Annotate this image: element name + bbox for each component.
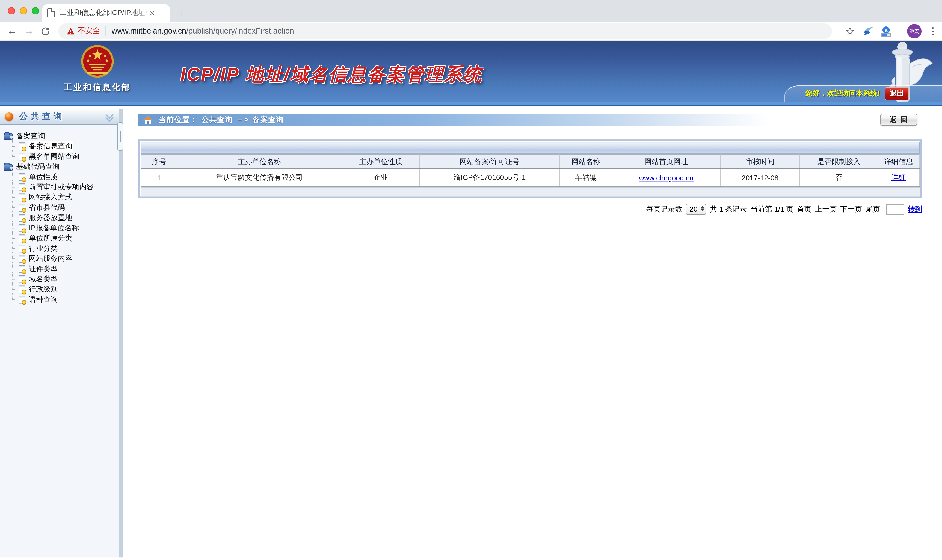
sidebar-item-industry-category[interactable]: 行业分类 bbox=[3, 243, 119, 253]
breadcrumb: 当前位置：公共查询－>备案查询 bbox=[139, 114, 788, 126]
url-divider bbox=[105, 26, 105, 36]
per-page-value: 20 bbox=[689, 205, 697, 214]
tab-title: 工业和信息化部ICP/IP地址/域名信息备案管理系统 bbox=[60, 8, 148, 18]
sidebar-item-language-query[interactable]: 语种查询 bbox=[3, 294, 119, 304]
bookmark-star-icon[interactable] bbox=[845, 26, 855, 36]
item-label: 语种查询 bbox=[29, 294, 58, 304]
splitter-handle[interactable] bbox=[117, 122, 123, 151]
home-icon bbox=[143, 115, 153, 124]
sidebar-group-record-query[interactable]: 备案查询 bbox=[3, 131, 119, 141]
cell-seq: 1 bbox=[141, 169, 177, 187]
welcome-panel: 您好，欢迎访问本系统! 退出 bbox=[785, 85, 942, 101]
sidebar-item-unit-category[interactable]: 单位所属分类 bbox=[3, 233, 119, 243]
tree-branch bbox=[12, 222, 17, 228]
group-label: 备案查询 bbox=[16, 131, 45, 141]
sidebar-item-domain-type[interactable]: 域名类型 bbox=[3, 274, 119, 284]
sidebar-item-certificate-type[interactable]: 证件类型 bbox=[3, 264, 119, 274]
document-icon bbox=[19, 275, 25, 283]
new-tab-button[interactable]: + bbox=[179, 7, 185, 18]
pagination: 每页记录数 20 共 1 条记录 当前第 1/1 页 首页 上一页 下一页 尾页… bbox=[139, 204, 922, 215]
item-label: 证件类型 bbox=[29, 264, 58, 274]
prev-page-link[interactable]: 上一页 bbox=[815, 204, 837, 214]
sidebar-item-record-info-query[interactable]: 备案信息查询 bbox=[3, 141, 119, 151]
folder-icon bbox=[3, 133, 12, 140]
header-gap bbox=[0, 106, 942, 109]
total-records-label: 共 1 条记录 bbox=[710, 204, 747, 214]
last-page-link[interactable]: 尾页 bbox=[866, 204, 880, 214]
sidebar-group-base-code-query[interactable]: 基础代码查询 bbox=[3, 162, 119, 172]
goto-page-input[interactable] bbox=[886, 204, 904, 214]
url-bar[interactable]: 不安全 www.miitbeian.gov.cn/publish/query/i… bbox=[59, 23, 832, 39]
reload-button[interactable] bbox=[41, 26, 50, 35]
col-site-name: 网站名称 bbox=[560, 155, 612, 169]
item-label: 服务器放置地 bbox=[29, 212, 72, 223]
browser-menu-icon[interactable] bbox=[930, 27, 936, 35]
url-path: /publish/query/indexFirst.action bbox=[186, 26, 294, 35]
sidebar-item-site-service-content[interactable]: 网站服务内容 bbox=[3, 254, 119, 264]
item-label: 行政级别 bbox=[29, 284, 58, 294]
sidebar-splitter[interactable] bbox=[119, 109, 123, 557]
sidebar-title: 公共查询 bbox=[19, 111, 105, 122]
sidebar-tree: 备案查询 备案信息查询 黑名单网站查询 基础代码查询 bbox=[0, 125, 119, 305]
translate-extension-icon[interactable]: a bbox=[881, 26, 891, 36]
item-label: 域名类型 bbox=[29, 274, 58, 284]
sidebar-item-site-access-method[interactable]: 网站接入方式 bbox=[3, 192, 119, 202]
panel-footer-strip bbox=[141, 187, 920, 196]
tree-branch bbox=[12, 180, 17, 188]
cell-organizer-name: 重庆宝黔文化传播有限公司 bbox=[177, 169, 342, 187]
welcome-message: 您好，欢迎访问本系统! bbox=[805, 88, 880, 98]
content-area: 当前位置：公共查询－>备案查询 返回 序号 主办单位名称 bbox=[123, 109, 942, 557]
document-icon bbox=[19, 224, 25, 232]
sidebar-item-admin-level[interactable]: 行政级别 bbox=[3, 284, 119, 294]
sidebar-item-ip-report-unit-name[interactable]: IP报备单位名称 bbox=[3, 223, 119, 233]
item-label: 单位所属分类 bbox=[29, 233, 72, 243]
tree-branch bbox=[12, 231, 17, 238]
window-minimize-button[interactable] bbox=[20, 7, 27, 14]
sidebar-item-pre-approval-content[interactable]: 前置审批或专项内容 bbox=[3, 182, 119, 192]
col-seq: 序号 bbox=[141, 155, 177, 169]
back-page-button[interactable]: 返回 bbox=[880, 114, 917, 126]
first-page-link[interactable]: 首页 bbox=[797, 204, 811, 214]
logout-button[interactable]: 退出 bbox=[885, 87, 909, 100]
tree-branch bbox=[12, 191, 17, 198]
sidebar-header: 公共查询 bbox=[0, 109, 119, 125]
sidebar-item-blacklist-site-query[interactable]: 黑名单网站查询 bbox=[3, 151, 119, 161]
item-label: 黑名单网站查询 bbox=[29, 151, 79, 161]
group-label: 基础代码查询 bbox=[16, 162, 60, 172]
per-page-select[interactable]: 20 bbox=[686, 204, 706, 215]
item-label: IP报备单位名称 bbox=[29, 223, 79, 233]
detail-link[interactable]: 详细 bbox=[891, 173, 906, 182]
back-button[interactable]: ← bbox=[3, 25, 20, 37]
national-emblem-logo bbox=[80, 44, 115, 79]
tab-close-icon[interactable]: × bbox=[150, 9, 155, 17]
sidebar-item-unit-nature[interactable]: 单位性质 bbox=[3, 172, 119, 182]
per-page-label: 每页记录数 bbox=[646, 204, 682, 214]
document-icon bbox=[19, 142, 25, 150]
sidebar-item-server-location[interactable]: 服务器放置地 bbox=[3, 212, 119, 223]
ministry-name: 工业和信息化部 bbox=[62, 82, 134, 93]
browser-tab-bar: 工业和信息化部ICP/IP地址/域名信息备案管理系统 × + bbox=[0, 0, 942, 22]
sidebar-item-province-city-code[interactable]: 省市县代码 bbox=[3, 202, 119, 212]
profile-avatar[interactable]: 继宏 bbox=[907, 24, 922, 38]
window-zoom-button[interactable] bbox=[32, 7, 39, 14]
screen: 工业和信息化部ICP/IP地址/域名信息备案管理系统 × + ← → 不安全 w… bbox=[0, 0, 942, 560]
window-close-button[interactable] bbox=[8, 7, 15, 14]
site-url-link[interactable]: www.chegood.cn bbox=[639, 174, 694, 182]
tree-branch bbox=[12, 272, 17, 280]
document-icon bbox=[19, 265, 25, 272]
item-label: 行业分类 bbox=[29, 243, 58, 253]
bird-extension-icon[interactable] bbox=[863, 26, 873, 36]
orb-icon bbox=[5, 112, 13, 121]
document-icon bbox=[19, 255, 25, 263]
browser-tab[interactable]: 工业和信息化部ICP/IP地址/域名信息备案管理系统 × bbox=[42, 4, 170, 22]
next-page-link[interactable]: 下一页 bbox=[840, 204, 862, 214]
tree-branch bbox=[12, 262, 17, 269]
cell-organizer-type: 企业 bbox=[342, 169, 419, 187]
document-icon bbox=[19, 173, 25, 181]
select-spinner-icon bbox=[701, 206, 705, 211]
goto-link[interactable]: 转到 bbox=[908, 204, 922, 214]
tree-branch bbox=[12, 150, 17, 157]
collapse-chevrons-icon[interactable] bbox=[105, 112, 114, 121]
table-header-row: 序号 主办单位名称 主办单位性质 网站备案/许可证号 网站名称 网站首页网址 审… bbox=[141, 155, 920, 169]
browser-toolbar: ← → 不安全 www.miitbeian.gov.cn/publish/que… bbox=[0, 22, 942, 41]
